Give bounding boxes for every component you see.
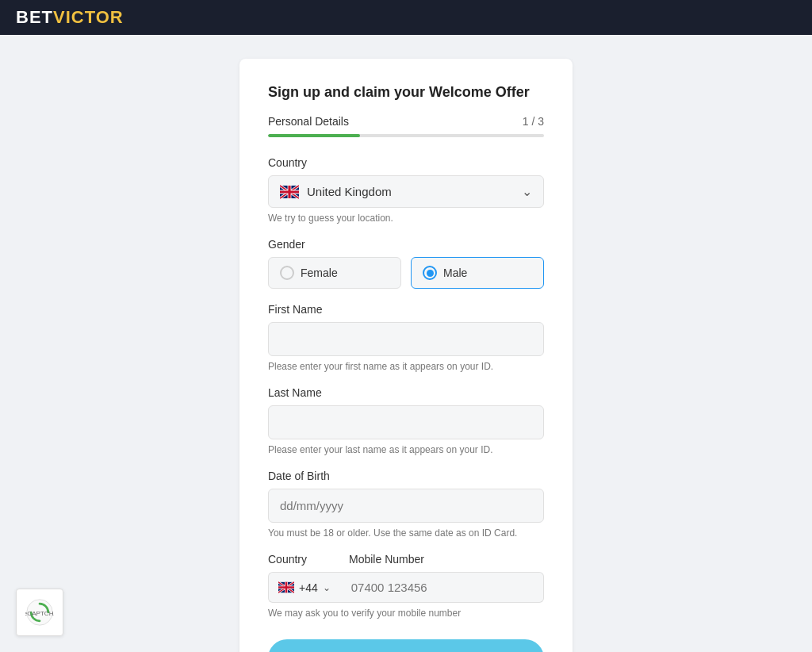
firstname-input[interactable] [268,322,544,356]
phone-country-select[interactable]: +44 ⌄ [268,572,340,603]
country-select-left: United Kingdom [280,185,392,199]
main-content: Sign up and claim your Welcome Offer Per… [0,35,812,652]
country-field-group: Country United Kingdom ⌄ We try to guess… [268,156,544,224]
dob-input[interactable] [268,489,544,523]
gender-row: Female Male [268,257,544,289]
progress-section: Personal Details 1 / 3 [268,115,544,137]
dob-field-group: Date of Birth You must be 18 or older. U… [268,470,544,539]
uk-flag-icon [280,185,299,199]
dob-label: Date of Birth [268,470,544,482]
logo: BETVICTOR [16,7,124,28]
logo-bet: BET [16,7,53,28]
country-select[interactable]: United Kingdom ⌄ [268,175,544,208]
phone-number-input[interactable] [340,572,544,603]
firstname-label: First Name [268,303,544,316]
phone-chevron-icon: ⌄ [323,582,331,593]
country-label: Country [268,156,544,169]
recaptcha[interactable]: reCAPTCHA [16,589,63,636]
chevron-down-icon: ⌄ [522,184,532,199]
gender-female-option[interactable]: Female [268,257,401,289]
gender-male-label: Male [443,267,467,279]
gender-female-radio [280,266,294,280]
gender-label: Gender [268,238,544,251]
progress-label: Personal Details [268,115,349,128]
recaptcha-icon: reCAPTCHA [25,598,54,627]
gender-male-radio [423,266,437,280]
gender-male-radio-inner [427,270,434,277]
progress-bar-fill [268,134,360,137]
gender-male-option[interactable]: Male [411,257,544,289]
phone-uk-flag-icon [278,581,294,593]
logo-victor: VICTOR [53,7,124,28]
phone-labels: Country Mobile Number [268,553,544,566]
firstname-hint: Please enter your first name as it appea… [268,361,544,372]
country-hint: We try to guess your location. [268,213,544,224]
phone-country-label: Country [268,553,339,566]
dob-hint: You must be 18 or older. Use the same da… [268,527,544,539]
progress-header: Personal Details 1 / 3 [268,115,544,128]
phone-hint: We may ask you to verify your mobile num… [268,608,544,619]
continue-button[interactable]: Continue [268,639,544,652]
progress-bar-track [268,134,544,137]
country-name: United Kingdom [307,185,392,198]
lastname-input[interactable] [268,405,544,439]
page-title: Sign up and claim your Welcome Offer [268,84,544,101]
phone-number-label: Mobile Number [349,553,544,566]
gender-female-label: Female [301,267,338,279]
registration-form: Sign up and claim your Welcome Offer Per… [239,59,573,652]
lastname-field-group: Last Name Please enter your last name as… [268,386,544,455]
firstname-field-group: First Name Please enter your first name … [268,303,544,372]
progress-count: 1 / 3 [523,115,544,128]
header: BETVICTOR [0,0,812,35]
lastname-hint: Please enter your last name as it appear… [268,444,544,455]
lastname-label: Last Name [268,386,544,399]
gender-field-group: Gender Female Male [268,238,544,289]
phone-code: +44 [299,581,318,594]
phone-field-group: Country Mobile Number +44 ⌄ We [268,553,544,619]
phone-row: +44 ⌄ [268,572,544,603]
svg-text:reCAPTCHA: reCAPTCHA [25,610,54,617]
